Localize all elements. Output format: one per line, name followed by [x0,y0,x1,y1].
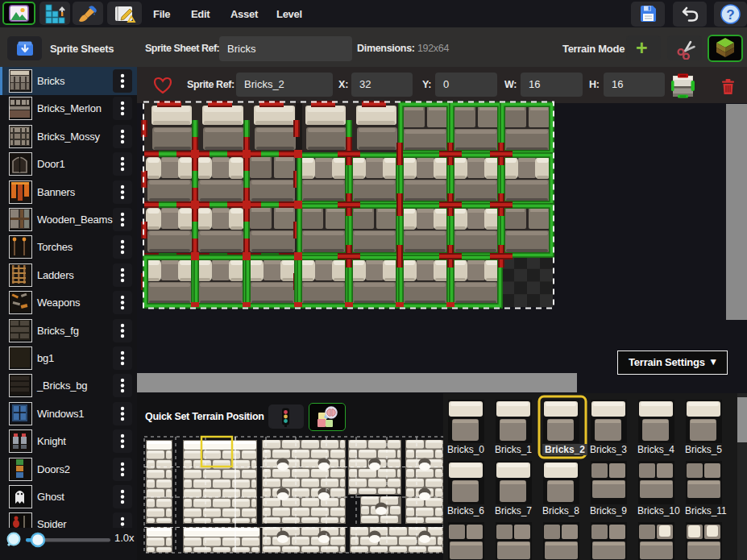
svg-text:?: ? [726,7,734,23]
